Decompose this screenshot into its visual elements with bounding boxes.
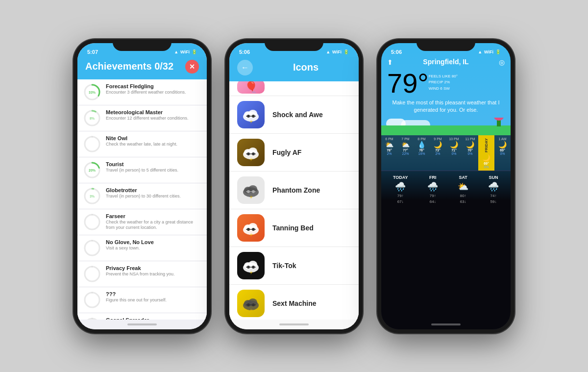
hourly-icon-1: ⛅ (398, 141, 413, 149)
achievement-info-7: Privacy Freak Prevent the NSA from track… (106, 265, 201, 277)
hourly-rain-2: 16% (414, 152, 429, 155)
app-icon-0 (237, 101, 265, 128)
progress-label-3: 20% (89, 168, 96, 172)
achievement-desc-2: Check the weather late, late at night. (106, 142, 201, 148)
hourly-time-0: 6 PM (382, 137, 397, 141)
achievement-item: Farseer Check the weather for a city a g… (77, 209, 207, 235)
icon-label-1: Fugly AF (272, 149, 301, 156)
phone-achievements: 5:07 ▲ WiFi 🔋 Achievements 0/32 ✕ 33% Fo… (74, 39, 211, 333)
icon-item-1[interactable]: Fugly AF (229, 134, 359, 172)
target-icon[interactable]: ◎ (499, 58, 505, 66)
hourly-cell-5: 11 PM 🌙 70° 0% (462, 135, 478, 171)
achievement-name-7: Privacy Freak (106, 265, 201, 271)
achievement-item: No Glove, No Love Visit a sexy town. (77, 235, 207, 261)
achievement-desc-0: Encounter 3 different weather conditions… (106, 90, 201, 96)
phone-icons: 5:06 ▲ WiFi 🔋 ← Icons 🎈 (225, 39, 363, 333)
progress-ring-5 (83, 213, 101, 231)
daily-label-2: SAT (459, 175, 467, 180)
svg-point-69 (252, 303, 255, 306)
daily-high-2: 80↑ (460, 194, 466, 198)
progress-ring-3: 20% (83, 161, 101, 179)
hourly-cell-7: 1 AM 🌙 69° 0% (494, 135, 511, 171)
achievements-title: Achievements 0/32 (85, 61, 173, 72)
home-indicator-3 (381, 320, 511, 329)
svg-point-60 (252, 266, 255, 269)
achievement-desc-3: Travel (in person) to 5 different cities… (106, 168, 201, 174)
progress-ring-8 (83, 291, 101, 309)
app-icon-1 (237, 139, 265, 166)
svg-point-33 (252, 152, 255, 155)
achievements-header: Achievements 0/32 ✕ (77, 57, 207, 79)
icon-item-2[interactable]: Phantom Zone (229, 172, 359, 209)
app-icon-4 (237, 252, 265, 279)
achievement-info-4: Globetrotter Travel (in person) to 30 di… (106, 187, 201, 199)
share-icon[interactable]: ⬆ (387, 58, 393, 66)
achievement-info-6: No Glove, No Love Visit a sexy town. (106, 239, 201, 251)
icons-title: Icons (261, 62, 351, 73)
home-bar-2 (279, 323, 309, 325)
signal-icon-2: ▲ (326, 50, 330, 54)
achievement-name-6: No Glove, No Love (106, 239, 201, 245)
progress-ring-1: 8% (83, 109, 101, 127)
achievement-info-1: Meteorological Master Encounter 12 diffe… (106, 109, 201, 122)
achievement-item: 33% Forecast Fledgling Encounter 3 diffe… (77, 79, 207, 105)
achievement-name-5: Farseer (106, 213, 201, 219)
progress-ring-0: 33% (83, 83, 101, 101)
icon-label-4: Tik-Tok (272, 262, 296, 270)
achievement-info-8: ??? Figure this one out for yourself. (106, 291, 201, 303)
hourly-time-7: 1 AM (495, 137, 510, 141)
svg-point-4 (85, 137, 99, 151)
achievement-name-3: Tourist (106, 161, 201, 167)
svg-point-23 (247, 115, 250, 118)
hourly-temp-6: 69° (479, 162, 494, 165)
daily-high-0: 79↑ (397, 194, 404, 198)
icon-item-0[interactable]: Shock and Awe (229, 96, 359, 134)
icon-item-3[interactable]: Tanning Bed (229, 209, 359, 247)
app-icon-5 (237, 290, 265, 317)
achievement-item: 3% Globetrotter Travel (in person) to 30… (77, 183, 207, 209)
daily-icon-3: 🌧️ (488, 181, 499, 192)
wifi-icon-3: WiFi (484, 50, 493, 54)
svg-point-24 (252, 115, 255, 118)
wind: WIND 6 SW (429, 86, 458, 92)
home-indicator-2 (229, 320, 359, 329)
progress-ring-4: 3% (83, 187, 101, 205)
svg-point-51 (252, 228, 255, 231)
back-button[interactable]: ← (237, 60, 253, 75)
screen-icons: 5:06 ▲ WiFi 🔋 ← Icons 🎈 (229, 43, 359, 329)
hourly-time-2: 8 PM (414, 137, 429, 141)
daily-low-0: 67↓ (397, 199, 404, 204)
hourly-rain-1: 22% (398, 152, 413, 155)
hourly-temp-0: 78° (382, 149, 397, 152)
achievement-name-2: Nite Owl (106, 135, 201, 141)
hourly-time-6: FRIDAY (479, 137, 494, 154)
icon-item-4[interactable]: Tik-Tok (229, 247, 359, 285)
temperature: 79° (387, 68, 429, 99)
svg-point-14 (85, 267, 99, 281)
achievement-item: Gospel Spreader Share your forecast on t… (77, 313, 207, 320)
home-indicator-1 (77, 320, 207, 329)
daily-icon-1: 🌧️ (427, 181, 438, 192)
hourly-temp-4: 71° (446, 149, 462, 152)
achievement-item: Privacy Freak Prevent the NSA from track… (77, 261, 207, 287)
hourly-time-1: 7 PM (398, 137, 413, 141)
hourly-container: 6 PM ⛅ 78° 2% 7 PM ⛅ 77° 22% 8 PM 💧 76° … (381, 135, 511, 171)
hourly-temp-5: 70° (463, 149, 478, 152)
achievement-name-0: Forecast Fledgling (106, 83, 201, 89)
wifi-icon: WiFi (180, 50, 190, 54)
daily-item-2: SAT ⛅ 80↑ 63↓ (458, 175, 468, 315)
achievement-info-5: Farseer Check the weather for a city a g… (106, 213, 201, 231)
hourly-temp-1: 77° (398, 149, 413, 152)
svg-point-12 (85, 241, 99, 255)
hourly-icon-0: ⛅ (382, 141, 397, 149)
icon-item-5[interactable]: Sext Machine (229, 285, 359, 320)
daily-high-3: 74↑ (490, 194, 497, 198)
progress-label-0: 33% (89, 90, 96, 94)
icons-header: ← Icons (229, 57, 359, 81)
achievement-item: 8% Meteorological Master Encounter 12 di… (77, 105, 207, 131)
hourly-time-4: 10 PM (446, 137, 462, 141)
status-icons-2: ▲ WiFi 🔋 (326, 50, 349, 54)
progress-label-4: 3% (90, 194, 95, 198)
daily-low-3: 59↓ (490, 199, 497, 204)
close-button[interactable]: ✕ (185, 60, 199, 74)
